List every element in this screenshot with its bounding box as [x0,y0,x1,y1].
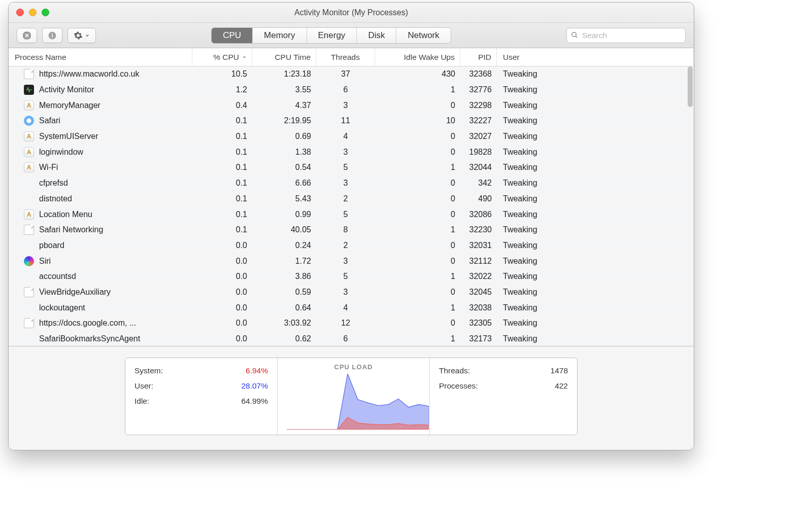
threads-value: 3 [316,257,375,266]
cpu-time-value: 0.24 [252,241,316,250]
cpu-value: 0.1 [192,148,252,157]
table-row[interactable]: Aloginwindow0.11.383019828Tweaking [9,144,694,160]
cpu-time-value: 6.66 [252,179,316,188]
cpu-time-value: 0.69 [252,132,316,141]
table-row[interactable]: https://www.macworld.co.uk10.51:23.18374… [9,66,694,82]
threads-value: 4 [316,303,375,312]
table-row[interactable]: Siri0.01.723032112Tweaking [9,253,694,269]
idle-wakeups-value: 0 [375,148,460,157]
process-table[interactable]: https://www.macworld.co.uk10.51:23.18374… [9,66,694,347]
action-menu-button[interactable] [67,28,96,43]
inspect-process-button[interactable] [42,28,62,43]
header-cpu[interactable]: % CPU [192,48,252,66]
header-user[interactable]: User [497,48,694,66]
table-row[interactable]: cfprefsd0.16.6630342Tweaking [9,175,694,191]
table-row[interactable]: Safari Networking0.140.058132230Tweaking [9,222,694,238]
threads-value: 11 [316,116,375,125]
cpu-value: 0.1 [192,132,252,141]
idle-label: Idle: [134,394,149,409]
idle-wakeups-value: 1 [375,225,460,234]
cpu-time-value: 3.55 [252,85,316,94]
close-button[interactable] [16,9,24,16]
threads-label: Threads: [439,363,470,378]
header-pid[interactable]: PID [460,48,497,66]
user-value: Tweaking [497,116,694,125]
table-row[interactable]: ASystemUIServer0.10.694032027Tweaking [9,129,694,145]
pid-value: 32045 [460,288,497,297]
idle-wakeups-value: 0 [375,101,460,110]
cpu-time-value: 3:03.92 [252,319,316,328]
header-idle-wakeups[interactable]: Idle Wake Ups [375,48,460,66]
doc-icon [24,318,34,328]
table-row[interactable]: ALocation Menu0.10.995032086Tweaking [9,206,694,222]
pid-value: 32776 [460,85,497,94]
cpu-value: 0.0 [192,257,252,266]
table-row[interactable]: accountsd0.03.865132022Tweaking [9,269,694,285]
search-input[interactable] [566,28,686,43]
idle-wakeups-value: 0 [375,132,460,141]
pid-value: 32031 [460,241,497,250]
process-name: ViewBridgeAuxiliary [39,288,111,297]
table-row[interactable]: AWi-Fi0.10.545132044Tweaking [9,160,694,175]
table-row[interactable]: Activity Monitor1.23.556132776Tweaking [9,82,694,98]
window-title: Activity Monitor (My Processes) [294,8,408,17]
cpu-time-value: 40.05 [252,225,316,234]
cpu-value: 0.1 [192,210,252,219]
am-icon [24,85,34,95]
cpu-value: 0.1 [192,194,252,203]
table-row[interactable]: pboard0.00.242032031Tweaking [9,238,694,254]
zoom-button[interactable] [42,9,49,16]
cpu-load-cell: CPU LOAD [278,358,430,435]
svg-point-5 [52,33,53,34]
cpu-value: 0.0 [192,288,252,297]
process-name: distnoted [39,194,72,203]
table-row[interactable]: SafariBookmarksSyncAgent0.00.626132173Tw… [9,331,694,347]
table-row[interactable]: ViewBridgeAuxiliary0.00.593032045Tweakin… [9,285,694,300]
idle-wakeups-value: 0 [375,241,460,250]
pid-value: 32027 [460,132,497,141]
process-name: Safari [39,116,60,125]
stop-process-button[interactable] [17,28,37,43]
threads-value: 8 [316,225,375,234]
tab-memory[interactable]: Memory [253,28,307,43]
window-controls [16,9,49,16]
idle-wakeups-value: 430 [375,69,460,79]
tab-cpu[interactable]: CPU [212,28,253,43]
search-icon [570,31,579,39]
header-threads[interactable]: Threads [316,48,375,66]
table-row[interactable]: Safari0.12:19.95111032227Tweaking [9,113,694,129]
vertical-scrollbar[interactable] [688,66,693,107]
threads-value: 5 [316,163,375,172]
titlebar: Activity Monitor (My Processes) [9,3,694,23]
process-name: SystemUIServer [39,132,98,141]
idle-wakeups-value: 0 [375,194,460,203]
table-row[interactable]: lockoutagent0.00.644132038Tweaking [9,300,694,315]
idle-wakeups-value: 1 [375,272,460,281]
process-name: MemoryManager [39,101,100,110]
user-value: Tweaking [497,241,694,250]
table-row[interactable]: distnoted0.15.4320490Tweaking [9,191,694,207]
threads-value: 4 [316,132,375,141]
threads-value: 3 [316,148,375,157]
table-row[interactable]: https://docs.google.com, ...0.03:03.9212… [9,315,694,331]
threads-value: 3 [316,288,375,297]
cpu-time-value: 0.64 [252,303,316,312]
cpu-value: 0.0 [192,334,252,343]
user-label: User: [134,378,153,394]
process-name: https://www.macworld.co.uk [39,69,139,79]
tab-network[interactable]: Network [396,28,450,43]
minimize-button[interactable] [29,9,37,16]
table-row[interactable]: AMemoryManager0.44.373032298Tweaking [9,97,694,113]
tab-energy[interactable]: Energy [307,28,357,43]
header-cpu-time[interactable]: CPU Time [252,48,316,66]
idle-value: 64.99% [241,394,268,409]
cpu-time-value: 3.86 [252,272,316,281]
pid-value: 32298 [460,101,497,110]
threads-value: 37 [316,69,375,79]
tab-disk[interactable]: Disk [357,28,396,43]
header-process-name[interactable]: Process Name [9,48,192,66]
search-field [566,28,686,43]
a-icon: A [24,131,34,142]
process-name: Location Menu [39,210,92,219]
pid-value: 32022 [460,272,497,281]
